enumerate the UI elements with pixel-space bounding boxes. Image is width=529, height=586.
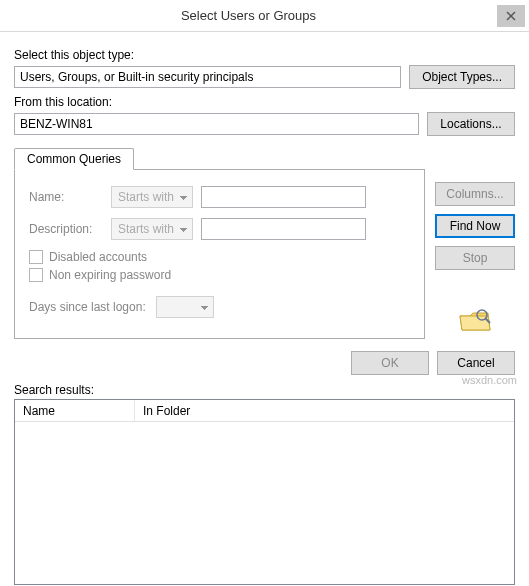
columns-button[interactable]: Columns... [435,182,515,206]
find-now-button[interactable]: Find Now [435,214,515,238]
search-folder-icon [458,306,492,337]
location-label: From this location: [14,95,515,109]
results-grid[interactable]: Name In Folder [14,399,515,585]
disabled-accounts-checkbox[interactable] [29,250,43,264]
object-type-input[interactable] [14,66,401,88]
column-in-folder[interactable]: In Folder [135,400,514,421]
titlebar: Select Users or Groups [0,0,529,32]
location-input[interactable] [14,113,419,135]
locations-button[interactable]: Locations... [427,112,515,136]
name-input[interactable] [201,186,366,208]
stop-button[interactable]: Stop [435,246,515,270]
non-expiring-label: Non expiring password [49,268,171,282]
object-type-label: Select this object type: [14,48,515,62]
days-since-combo[interactable] [156,296,214,318]
tab-panel-common-queries: Name: Starts with Description: Starts wi… [14,169,425,339]
name-label: Name: [29,190,103,204]
ok-button[interactable]: OK [351,351,429,375]
search-results-label: Search results: [14,383,515,397]
window-title: Select Users or Groups [0,8,497,23]
close-icon [506,11,516,21]
non-expiring-checkbox[interactable] [29,268,43,282]
disabled-accounts-label: Disabled accounts [49,250,147,264]
close-button[interactable] [497,5,525,27]
tab-common-queries[interactable]: Common Queries [14,148,134,170]
object-types-button[interactable]: Object Types... [409,65,515,89]
days-since-label: Days since last logon: [29,300,146,314]
name-mode-combo[interactable]: Starts with [111,186,193,208]
column-name[interactable]: Name [15,400,135,421]
description-label: Description: [29,222,103,236]
results-header: Name In Folder [15,400,514,422]
cancel-button[interactable]: Cancel [437,351,515,375]
description-mode-combo[interactable]: Starts with [111,218,193,240]
description-input[interactable] [201,218,366,240]
